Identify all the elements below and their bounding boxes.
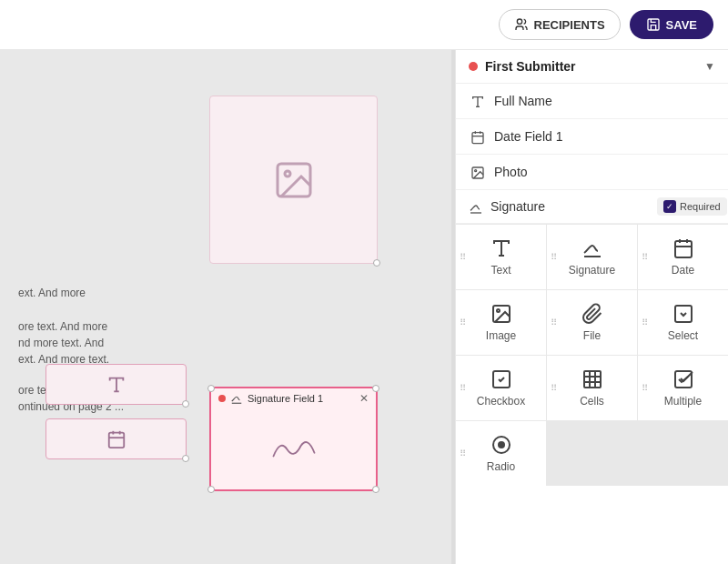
canvas-area[interactable]: ext. And more ore text. And more nd more… (0, 50, 451, 564)
handle-br[interactable] (372, 486, 379, 493)
cells-type-icon (581, 368, 603, 390)
handle-tl[interactable] (207, 385, 215, 392)
resize-handle-text[interactable] (182, 400, 189, 408)
field-item-signature[interactable]: ✓ Required (456, 190, 728, 224)
close-signature-field-button[interactable]: ✕ (359, 392, 369, 405)
canvas-text-1: ext. And more (18, 287, 86, 299)
field-type-radio[interactable]: ⠿ Radio (456, 421, 546, 486)
field-type-cells[interactable]: ⠿ Cells (547, 356, 637, 420)
signature-type-label: Signature (569, 264, 615, 277)
drag-handle-file: ⠿ (551, 318, 557, 327)
svg-point-3 (285, 171, 290, 176)
svg-point-25 (497, 309, 500, 312)
drag-handle-sig: ⠿ (551, 253, 557, 262)
photo-label: Photo (494, 165, 528, 179)
submitter-dot-indicator (218, 395, 226, 402)
recipients-label: RECIPIENTS (534, 18, 605, 32)
date1-icon (469, 128, 487, 145)
image-type-icon (490, 303, 512, 325)
main-layout: ext. And more ore text. And more nd more… (0, 50, 728, 564)
recipients-button[interactable]: RECIPIENTS (499, 9, 621, 40)
drag-handle-cells: ⠿ (551, 384, 557, 393)
signature-preview (267, 431, 321, 468)
signature-type-icon (581, 237, 603, 259)
svg-rect-12 (472, 133, 483, 144)
field-item-photo[interactable]: Photo (456, 155, 728, 190)
select-type-label: Select (668, 329, 698, 342)
svg-point-35 (498, 441, 505, 448)
field-type-text[interactable]: ⠿ Text (456, 225, 546, 289)
submitter-row[interactable]: First Submitter ▼ (456, 50, 728, 84)
field-type-date[interactable]: ⠿ Date (638, 225, 728, 289)
field-type-image[interactable]: ⠿ Image (456, 290, 546, 355)
right-panel: First Submitter ▼ Full Name (455, 50, 728, 564)
resize-handle-date[interactable] (182, 455, 189, 462)
required-badge[interactable]: ✓ Required (657, 197, 727, 216)
svg-rect-26 (675, 306, 692, 322)
field-type-signature[interactable]: ⠿ Signature (547, 225, 637, 289)
resize-handle-br[interactable] (373, 259, 380, 267)
date-field-icon (106, 429, 126, 449)
multiple-type-label: Multiple (664, 395, 702, 408)
canvas-signature-field-header: Signature Field 1 ✕ (211, 388, 376, 408)
field-type-select[interactable]: ⠿ Select (638, 290, 728, 355)
save-label: SAVE (666, 18, 697, 32)
fullname-label: Full Name (494, 94, 552, 108)
handle-tr[interactable] (372, 385, 379, 392)
required-label: Required (680, 201, 721, 212)
field-type-checkbox[interactable]: ⠿ Checkbox (456, 356, 546, 420)
drag-handle-radio: ⠿ (460, 449, 466, 458)
handle-bl[interactable] (207, 486, 215, 493)
field-type-grid: ⠿ Text ⠿ Signature (456, 224, 728, 486)
canvas-date-field[interactable] (46, 418, 187, 459)
svg-point-0 (517, 19, 521, 24)
drag-handle-image: ⠿ (460, 318, 466, 327)
save-button[interactable]: SAVE (630, 10, 713, 39)
file-type-label: File (583, 329, 601, 342)
recipients-icon (514, 17, 529, 32)
required-checkbox[interactable]: ✓ (663, 200, 676, 213)
photo-icon (469, 164, 487, 180)
submitter-label: First Submitter (485, 59, 697, 74)
canvas-signature-field-selected[interactable]: Signature Field 1 ✕ (209, 387, 378, 491)
image-type-label: Image (486, 329, 516, 342)
signature-icon (469, 198, 483, 215)
save-icon (646, 17, 661, 32)
radio-type-icon (490, 434, 512, 456)
fullname-icon (469, 93, 487, 109)
text-field-icon (106, 375, 126, 395)
submitter-dot (469, 62, 478, 71)
submitter-dropdown-icon: ▼ (704, 60, 715, 73)
svg-point-17 (475, 170, 477, 172)
date-type-icon (672, 237, 694, 259)
canvas-image-placeholder (209, 96, 378, 264)
text-type-label: Text (490, 264, 511, 277)
multiple-type-icon (672, 368, 694, 390)
drag-handle-multiple: ⠿ (642, 384, 648, 393)
svg-rect-20 (675, 241, 692, 257)
signature-label-input[interactable] (490, 199, 650, 214)
field-item-fullname[interactable]: Full Name (456, 84, 728, 119)
drag-handle-select: ⠿ (642, 318, 648, 327)
drag-handle-checkbox: ⠿ (460, 384, 466, 393)
select-type-icon (672, 303, 694, 325)
field-type-multiple[interactable]: ⠿ Multiple (638, 356, 728, 420)
checkbox-type-label: Checkbox (477, 395, 525, 408)
drag-handle-date: ⠿ (642, 253, 648, 262)
cells-type-label: Cells (580, 395, 604, 408)
canvas-text-field[interactable] (46, 364, 187, 405)
field-item-date1[interactable]: Date Field 1 (456, 119, 728, 155)
radio-type-label: Radio (487, 460, 515, 473)
canvas-content: ext. And more ore text. And more nd more… (18, 68, 433, 546)
file-type-icon (581, 303, 603, 325)
canvas-signature-label: Signature Field 1 (248, 393, 323, 404)
date1-label: Date Field 1 (494, 129, 562, 144)
drag-handle-text: ⠿ (460, 253, 466, 262)
canvas-signature-body (211, 408, 376, 489)
field-type-file[interactable]: ⠿ File (547, 290, 637, 355)
sig-header-icon (230, 392, 243, 405)
canvas-text-2: ore text. And more nd more text. And ext… (18, 318, 109, 368)
header: RECIPIENTS SAVE (0, 0, 728, 50)
text-type-icon (490, 237, 512, 259)
svg-rect-28 (584, 371, 601, 388)
